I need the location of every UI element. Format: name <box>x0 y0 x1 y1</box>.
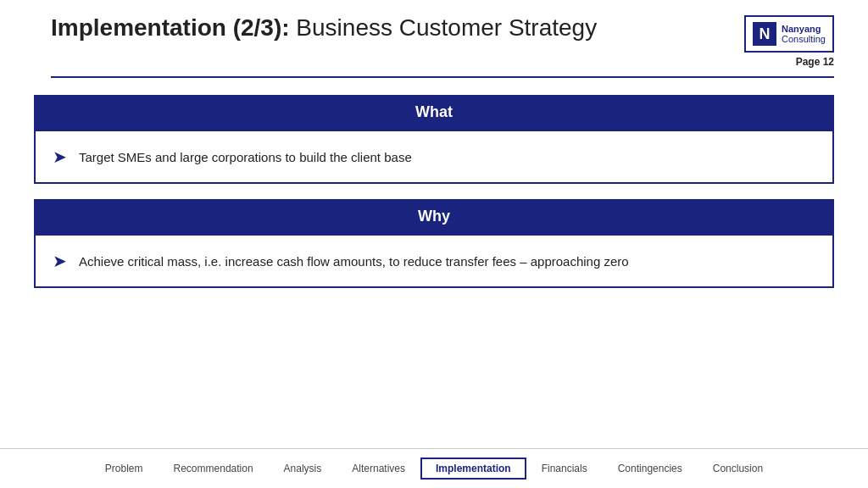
why-text: Achieve critical mass, i.e. increase cas… <box>79 252 629 270</box>
what-section: What ➤ Target SMEs and large corporation… <box>34 95 834 184</box>
slide: Implementation (2/3): Business Customer … <box>0 0 868 488</box>
slide-title: Implementation (2/3): Business Customer … <box>51 15 597 42</box>
logo-consulting: Consulting <box>782 34 826 44</box>
why-section: Why ➤ Achieve critical mass, i.e. increa… <box>34 199 834 288</box>
nav-item-recommendation[interactable]: Recommendation <box>159 458 269 480</box>
footer-nav: Problem Recommendation Analysis Alternat… <box>0 448 868 488</box>
title-bold: Implementation (2/3): <box>51 14 290 41</box>
nav-item-conclusion[interactable]: Conclusion <box>698 458 778 480</box>
what-arrow-icon: ➤ <box>53 147 67 167</box>
why-body: ➤ Achieve critical mass, i.e. increase c… <box>34 234 834 288</box>
nav-item-analysis[interactable]: Analysis <box>269 458 337 480</box>
logo-block: N Nanyang Consulting Page 12 <box>744 15 834 68</box>
logo-nanyang: Nanyang <box>782 24 826 34</box>
what-text: Target SMEs and large corporations to bu… <box>79 148 412 166</box>
nav-item-contingencies[interactable]: Contingencies <box>603 458 698 480</box>
logo-text: Nanyang Consulting <box>782 24 826 44</box>
logo-letter: N <box>753 22 776 46</box>
nav-item-implementation[interactable]: Implementation <box>420 458 526 480</box>
title-block: Implementation (2/3): Business Customer … <box>51 15 597 42</box>
main-content: What ➤ Target SMEs and large corporation… <box>0 78 868 448</box>
header: Implementation (2/3): Business Customer … <box>0 0 868 68</box>
what-body: ➤ Target SMEs and large corporations to … <box>34 130 834 184</box>
nav-item-problem[interactable]: Problem <box>90 458 159 480</box>
why-arrow-icon: ➤ <box>53 251 67 271</box>
nav-item-financials[interactable]: Financials <box>526 458 603 480</box>
what-header: What <box>34 95 834 130</box>
logo-box: N Nanyang Consulting <box>744 15 834 53</box>
nav-item-alternatives[interactable]: Alternatives <box>337 458 420 480</box>
page-number: Page 12 <box>796 56 834 68</box>
why-header: Why <box>34 199 834 234</box>
title-regular: Business Customer Strategy <box>290 14 598 41</box>
